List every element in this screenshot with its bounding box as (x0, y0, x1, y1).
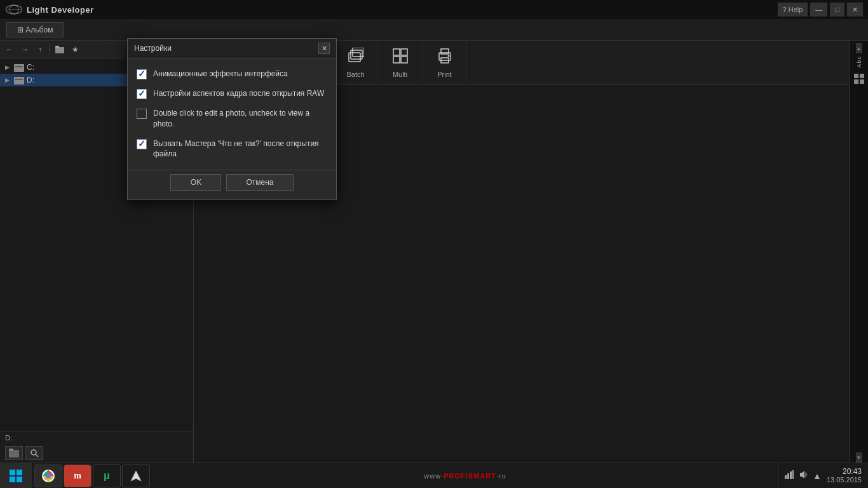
start-button[interactable] (0, 463, 32, 489)
dialog-close-button[interactable]: ✕ (318, 43, 330, 54)
dialog-checkbox-3[interactable] (137, 139, 147, 149)
volume-icon (799, 470, 808, 481)
svg-rect-57 (17, 477, 22, 482)
taskbar-app1[interactable]: m (64, 464, 92, 487)
dialog-buttons: OK Отмена (128, 174, 336, 200)
dialog-option-text-2: Double click to edit a photo, uncheck to… (153, 108, 327, 130)
taskbar-center: www·PROFISMART·ru (153, 472, 778, 480)
taskbar-right: ▲ 20:43 13.05.2015 (778, 463, 868, 488)
taskbar: m μ www·PROFISMART·ru ▲ (0, 463, 868, 488)
settings-dialog: Настройки ✕ Анимационные эффекты интерфе… (127, 38, 337, 200)
dialog-option-3: Вызвать Мастера 'Что не так?' после откр… (137, 139, 327, 160)
dialog-option-text-1: Настройки аспектов кадра после открытия … (153, 88, 324, 99)
date-display: 13.05.2015 (827, 476, 862, 484)
taskbar-torrent-app[interactable]: μ (93, 464, 121, 487)
dialog-option-0: Анимационные эффекты интерфейса (137, 69, 327, 79)
security-icon: ▲ (813, 471, 822, 481)
cancel-button[interactable]: Отмена (226, 174, 293, 191)
svg-rect-61 (785, 475, 787, 479)
dialog-checkbox-1[interactable] (137, 89, 147, 99)
dialog-checkbox-0[interactable] (137, 69, 147, 79)
dialog-separator (128, 170, 336, 170)
taskbar-url: www·PROFISMART·ru (424, 472, 506, 480)
dialog-option-text-0: Анимационные эффекты интерфейса (153, 69, 288, 79)
svg-rect-55 (17, 470, 22, 475)
dialog-option-text-3: Вызвать Мастера 'Что не так?' после откр… (153, 139, 327, 160)
dialog-titlebar: Настройки ✕ (128, 39, 336, 58)
svg-point-60 (46, 473, 51, 478)
svg-marker-65 (800, 471, 804, 478)
svg-rect-56 (10, 477, 15, 482)
taskbar-app2[interactable] (122, 464, 150, 487)
dialog-title: Настройки (134, 44, 172, 53)
taskbar-apps: m μ (32, 463, 153, 488)
svg-rect-54 (10, 470, 15, 475)
svg-rect-62 (787, 473, 789, 479)
svg-rect-64 (792, 470, 794, 479)
taskbar-time: 20:43 13.05.2015 (827, 467, 862, 485)
taskbar-chrome-app[interactable] (34, 464, 62, 487)
ok-button[interactable]: OK (170, 174, 221, 191)
dialog-checkbox-2[interactable] (137, 109, 147, 119)
dialog-overlay: Настройки ✕ Анимационные эффекты интерфе… (0, 0, 868, 488)
time-display: 20:43 (843, 467, 862, 476)
dialog-option-1: Настройки аспектов кадра после открытия … (137, 88, 327, 99)
network-icon (785, 470, 794, 481)
svg-rect-63 (790, 471, 792, 479)
dialog-body: Анимационные эффекты интерфейса Настройк… (128, 58, 336, 170)
dialog-option-2: Double click to edit a photo, uncheck to… (137, 108, 327, 130)
